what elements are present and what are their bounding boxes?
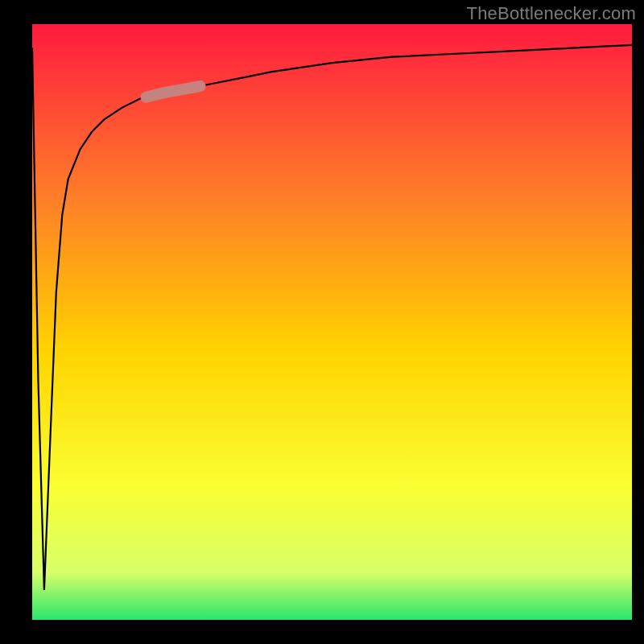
plot-background — [32, 24, 632, 620]
watermark-label: TheBottlenecker.com — [467, 3, 636, 24]
chart-stage: TheBottlenecker.com — [0, 0, 644, 644]
bottleneck-chart — [0, 0, 644, 644]
